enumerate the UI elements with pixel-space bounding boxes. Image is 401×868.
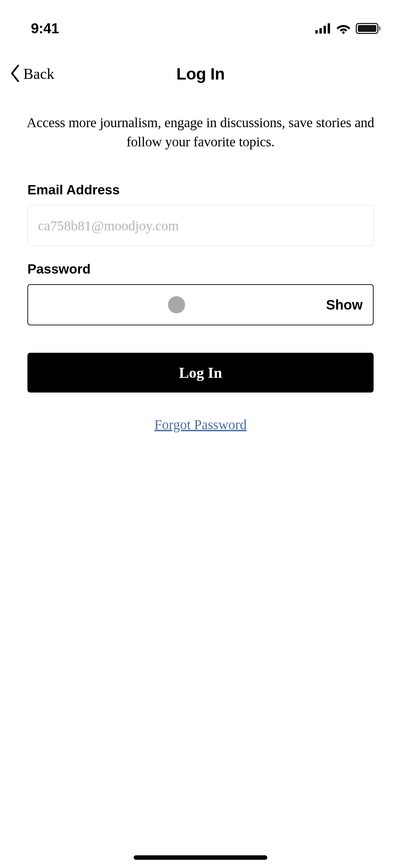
password-field-group: Password Show	[27, 262, 374, 325]
nav-bar: Back Log In	[0, 55, 401, 93]
wifi-icon	[336, 23, 351, 34]
password-label: Password	[27, 262, 374, 277]
svg-point-4	[342, 32, 345, 34]
login-form: Email Address Password Show Log In Forgo…	[0, 182, 401, 433]
battery-icon	[356, 23, 380, 34]
cellular-signal-icon	[315, 23, 331, 34]
password-mask-dot	[168, 296, 185, 313]
back-button-label: Back	[23, 65, 54, 83]
status-time: 9:41	[31, 20, 59, 37]
page-title: Log In	[177, 64, 225, 83]
back-button[interactable]: Back	[10, 65, 54, 83]
forgot-password-link[interactable]: Forgot Password	[27, 417, 374, 433]
chevron-left-icon	[10, 65, 20, 83]
email-field-group: Email Address	[27, 182, 374, 246]
email-label: Email Address	[27, 182, 374, 197]
page-subtitle: Access more journalism, engage in discus…	[21, 113, 380, 152]
svg-rect-3	[328, 23, 330, 34]
svg-rect-2	[324, 26, 326, 34]
svg-rect-1	[319, 28, 322, 34]
status-bar: 9:41	[0, 0, 401, 45]
status-icons	[315, 23, 380, 34]
login-button[interactable]: Log In	[27, 353, 374, 393]
home-indicator	[134, 855, 267, 860]
svg-rect-0	[315, 30, 318, 34]
email-field[interactable]	[27, 205, 374, 246]
show-password-button[interactable]: Show	[326, 297, 363, 313]
password-wrap: Show	[27, 284, 374, 325]
